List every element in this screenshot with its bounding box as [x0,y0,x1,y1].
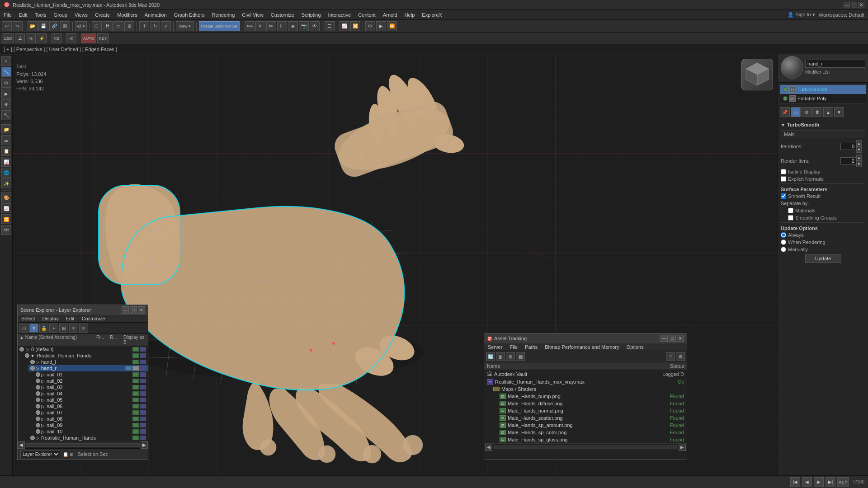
window-cross-button[interactable]: ⊞ [124,21,134,31]
se-eye-handl[interactable] [30,360,35,364]
modify-tab[interactable]: 🔧 [1,67,11,77]
se-eye-n6[interactable] [36,404,40,408]
at-scroll-track[interactable] [494,446,677,449]
se-menu-display[interactable]: Display [39,315,62,322]
redo-button[interactable]: ↪ [13,21,23,31]
open-file-button[interactable]: 📂 [28,21,38,31]
se-row-default-layer[interactable]: ▷ 0 (default) [18,346,148,352]
menu-scripting[interactable]: Scripting [298,11,325,19]
at-menu-options[interactable]: Options [623,343,647,351]
at-row-sp-color[interactable]: 🖼 Male_Hands_sp_color.png Found [497,429,687,436]
menu-create[interactable]: Create [91,11,113,19]
quick-render-button[interactable]: ⏩ [387,21,397,31]
menu-help[interactable]: Help [401,11,419,19]
snap-2d-button[interactable]: 2.5D [2,33,14,43]
xref-lmt-button[interactable]: XR [1,225,11,235]
se-row-nail-03[interactable]: ▷ nail_03 [34,384,148,390]
menu-views[interactable]: Views [71,11,91,19]
edit-named-sel-button[interactable]: NS [52,33,61,43]
se-scroll-left[interactable]: ◀ [18,441,25,449]
track-view-button[interactable]: 📊 [1,157,11,167]
utilities-tab[interactable]: 🔨 [1,110,11,120]
at-horizontal-scrollbar[interactable]: ◀ ▶ [484,443,687,450]
hierarchy-tab[interactable]: ⚙ [1,78,11,88]
mod-move-down-button[interactable]: ▼ [834,107,844,117]
se-tool-filter[interactable]: ▼ [29,324,38,333]
se-row-hand-l[interactable]: ▷ hand_l [28,359,148,365]
scale-button[interactable]: ⤢ [161,21,171,31]
at-scroll-left[interactable]: ◀ [485,444,492,451]
se-explorer-type-dropdown[interactable]: Layer Explorer [20,450,60,458]
place-highlight-button[interactable]: ◈ [288,21,298,31]
bind-button[interactable]: ⛓ [60,21,70,31]
at-row-scatter[interactable]: 🖼 Male_Hands_scatter.png Found [497,414,687,422]
ik-button[interactable]: IK [66,33,76,43]
se-eye-n8[interactable] [36,417,40,421]
at-menu-paths[interactable]: Paths [521,343,541,351]
se-scroll-track[interactable] [26,443,140,447]
se-menu-customize[interactable]: Customize [78,315,109,322]
create-selection-button[interactable]: Create Selection Se [199,21,240,31]
at-row-diffuse[interactable]: 🖼 Male_Hands_diffuse.png Found [497,400,687,407]
at-row-sp-gloss[interactable]: 🖼 Male_Hands_sp_gloss.png Found [497,436,687,443]
se-eye-handr[interactable] [30,366,35,371]
ts-iters-down[interactable]: ▼ [856,146,862,153]
statusbar-key-mode-button[interactable]: KEY [837,477,849,487]
asset-tracking-titlebar[interactable]: 🎯 Asset Tracking — □ ✕ [484,333,687,343]
se-eye-n3[interactable] [36,385,40,389]
at-tool-expand[interactable]: ⊞ [506,352,515,361]
at-minimize-button[interactable]: — [660,335,668,342]
ts-isoline-checkbox[interactable] [781,169,786,174]
ts-render-down[interactable]: ▼ [856,161,862,167]
menu-arnold[interactable]: Arnold [379,11,401,19]
at-menu-bitmap[interactable]: Bitmap Performance and Memory [541,343,623,351]
se-tool-hide[interactable]: ≡ [79,324,88,333]
menu-content[interactable]: Content [354,11,379,19]
curve-editor-button[interactable]: 📈 [340,21,349,31]
motion-tab[interactable]: ▶ [1,89,11,99]
ts-manually-radio[interactable] [781,247,786,252]
scene-explorer-titlebar[interactable]: Scene Explorer - Layer Explorer — □ ✕ [18,305,148,315]
align-button[interactable]: ⊧ [255,21,265,31]
close-button[interactable]: ✕ [858,2,864,8]
ts-smoothing-groups-checkbox[interactable] [788,215,793,221]
se-scrollbar[interactable]: ◀ ▶ [18,441,148,448]
move-button[interactable]: ✛ [139,21,149,31]
ts-render-iters-input[interactable] [840,157,856,164]
rect-sel-button[interactable]: ▭ [113,21,123,31]
se-row-nail-10[interactable]: ▷ nail_10 [34,428,148,435]
material-editor-button[interactable]: 🎨 [1,192,11,202]
at-tool-delete[interactable]: 🗑 [496,352,505,361]
render-effects-button[interactable]: ✨ [1,178,11,188]
mod-config-button[interactable]: ⚙ [802,107,811,117]
at-row-max-file[interactable]: M Realistic_Human_Hands_max_vray.max Ok [484,378,687,385]
statusbar-prev-button[interactable]: ◀ [802,477,812,487]
se-eye-n9[interactable] [36,423,40,427]
home-cube-widget[interactable] [741,59,773,90]
menu-explorex[interactable]: ExploreX [418,11,446,19]
mod-delete-button[interactable]: 🗑 [812,107,822,117]
se-close-button[interactable]: ✕ [138,306,145,314]
select-name-button[interactable]: H [103,21,113,31]
ts-iterations-input[interactable] [840,143,856,150]
mod-show-button[interactable]: ▭ [791,107,801,117]
se-tool-select[interactable]: ⬡ [19,324,28,333]
menu-animation[interactable]: Animation [141,11,170,19]
at-row-normal[interactable]: 🖼 Male_Hands_normal.png Found [497,407,687,414]
menu-customize[interactable]: Customize [267,11,298,19]
ts-render-up[interactable]: ▲ [856,155,862,161]
mirror-button[interactable]: ⟺ [245,21,255,31]
asset-browser-button[interactable]: 📁 [1,124,11,134]
se-tool-refresh[interactable]: + [49,324,58,333]
spinner-snap-button[interactable]: ⚡ [37,33,47,43]
select-object-button[interactable]: ⬡ [92,21,102,31]
percent-snap-button[interactable]: % [26,33,36,43]
se-eye-rsub[interactable] [30,436,35,440]
at-scroll-right[interactable]: ▶ [679,444,686,451]
se-eye-default[interactable] [19,347,24,352]
schematic-view-button[interactable]: 🔀 [350,21,360,31]
se-row-nail-06[interactable]: ▷ nail_06 [34,403,148,409]
at-menu-file[interactable]: File [506,343,521,351]
viewport[interactable]: X Y Z Total Polys: 13,024 Verts: 6,536 F… [13,54,778,487]
auto-key-button[interactable]: AUTO [81,33,96,43]
